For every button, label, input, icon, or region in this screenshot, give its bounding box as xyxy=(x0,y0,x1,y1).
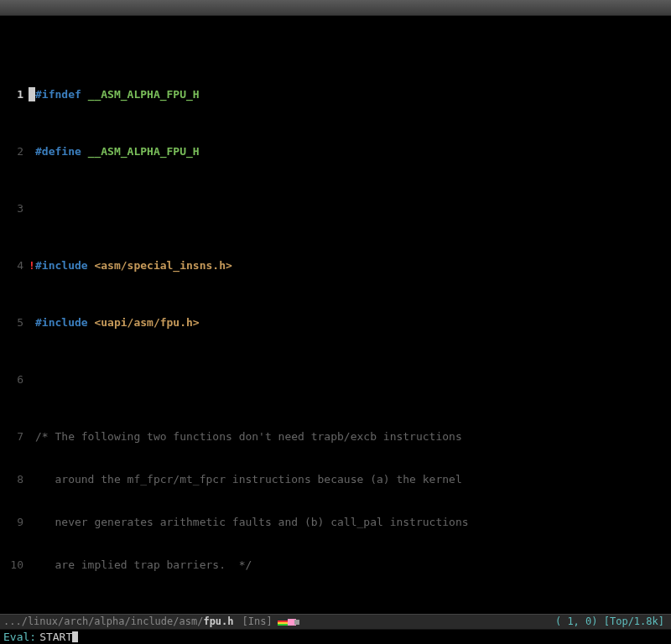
code-line: /* The following two functions don't nee… xyxy=(35,429,462,444)
minibuffer-input[interactable]: START xyxy=(39,630,72,644)
minibuffer-prompt: Eval: xyxy=(0,630,36,644)
line-number: 6 xyxy=(0,372,29,387)
line-number: 7 xyxy=(0,429,29,444)
line-number: 4 xyxy=(0,258,29,273)
line-number: 10 xyxy=(0,558,29,572)
line-number: 2 xyxy=(0,144,29,158)
code-line: are implied trap barriers. */ xyxy=(35,558,252,572)
position-indicator: ( 1, 0) [Top/1.8k] xyxy=(555,615,671,629)
cursor-marker xyxy=(29,87,35,101)
error-marker-icon: ! xyxy=(29,258,35,273)
code-line: #define __ASM_ALPHA_FPU_H xyxy=(35,144,200,158)
svg-rect-2 xyxy=(278,624,288,626)
insert-mode-indicator: [Ins] xyxy=(234,615,273,629)
svg-rect-4 xyxy=(294,620,299,625)
code-line: #ifndef __ASM_ALPHA_FPU_H xyxy=(35,87,200,101)
line-number: 8 xyxy=(0,472,29,486)
code-line: never generates arithmetic faults and (b… xyxy=(35,515,469,529)
line-number: 9 xyxy=(0,515,29,529)
code-editor[interactable]: 1 #ifndef __ASM_ALPHA_FPU_H 2 #define __… xyxy=(0,16,671,615)
code-line: around the mf_fpcr/mt_fpcr instructions … xyxy=(35,472,462,486)
minibuffer[interactable]: Eval: START xyxy=(0,630,671,644)
mode-line: .../linux/arch/alpha/include/asm/fpu.h [… xyxy=(0,614,671,630)
nyan-cat-icon xyxy=(278,616,301,628)
text-cursor-icon xyxy=(72,631,78,642)
buffer-path: .../linux/arch/alpha/include/asm/fpu.h xyxy=(0,615,234,629)
code-line: #include <uapi/asm/fpu.h> xyxy=(35,315,200,330)
window-titlebar xyxy=(0,0,671,16)
line-number: 5 xyxy=(0,315,29,330)
line-number: 3 xyxy=(0,201,29,216)
svg-rect-1 xyxy=(278,622,288,624)
code-line: #include <asm/special_insns.h> xyxy=(35,258,232,273)
line-number: 1 xyxy=(0,87,29,101)
